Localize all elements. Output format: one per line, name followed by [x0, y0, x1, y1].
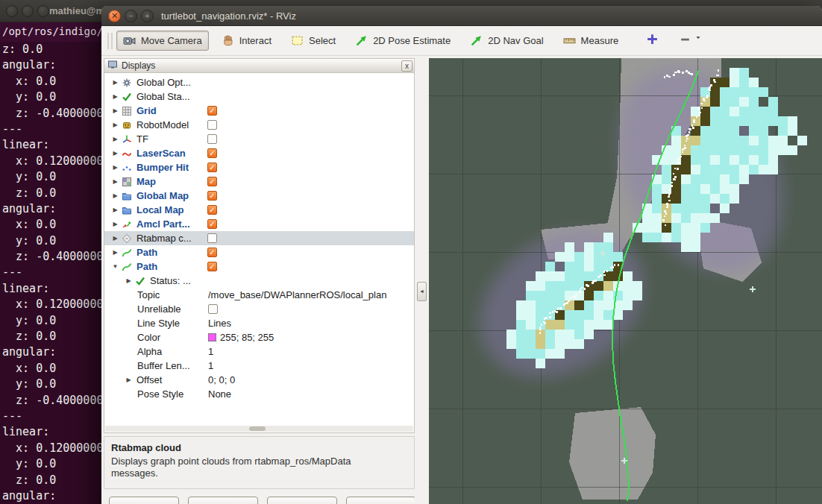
property-row[interactable]: Pose StyleNone [104, 387, 414, 401]
property-value[interactable]: 255; 85; 255 [208, 332, 274, 343]
property-row[interactable]: Topic/move_base/DWAPlannerROS/local_plan [104, 288, 414, 302]
add-button[interactable] [109, 497, 179, 504]
toolbar-drag-handle[interactable] [107, 33, 113, 49]
property-value[interactable]: None [208, 388, 231, 400]
scrollbar-thumb[interactable] [249, 426, 266, 431]
window-maximize-icon[interactable] [37, 5, 49, 17]
expander-icon[interactable]: ▶ [111, 235, 119, 242]
display-row[interactable]: ▶RobotModel [104, 118, 414, 132]
expander-icon[interactable]: ▶ [111, 107, 119, 114]
window-minimize-icon[interactable] [22, 5, 34, 17]
display-checkbox[interactable]: ✓ [207, 205, 217, 215]
displays-panel: Displays x ▶Global Opt...▶Global Sta...▶… [104, 58, 415, 433]
property-value[interactable]: 1 [208, 346, 213, 357]
property-value[interactable]: Lines [208, 318, 231, 329]
expander-icon[interactable]: ▶ [111, 221, 119, 227]
display-name: RobotModel [137, 119, 189, 130]
expander-icon[interactable]: ▶ [111, 249, 119, 256]
property-row[interactable]: ▶Status: ... [104, 274, 414, 288]
property-row[interactable]: ▶Offset0; 0; 0 [104, 373, 414, 387]
display-row[interactable]: ▶Map✓ [104, 174, 414, 189]
expander-icon[interactable]: ▼ [111, 263, 119, 270]
display-row[interactable]: ▶Global Opt... [104, 75, 414, 89]
expander-icon[interactable]: ▶ [111, 122, 119, 128]
display-checkbox[interactable] [207, 120, 217, 130]
tool-button-select[interactable]: Select [284, 31, 342, 51]
panel-splitter[interactable]: ◄ [415, 58, 429, 504]
display-checkbox[interactable] [207, 134, 217, 144]
minimize-icon[interactable]: − [125, 10, 137, 22]
collapse-panel-arrow-icon[interactable]: ◄ [417, 282, 427, 301]
panel-close-button[interactable]: x [401, 60, 412, 72]
rviz-titlebar[interactable]: ✕ − + turtlebot_navigation.rviz* - RViz [101, 6, 822, 26]
display-row[interactable]: ▶Local Map✓ [104, 203, 414, 217]
add-tool-button[interactable] [643, 30, 662, 51]
display-row[interactable]: ▶LaserScan✓ [104, 146, 414, 160]
3d-viewport[interactable] [429, 58, 822, 504]
display-row[interactable]: ▶TF [104, 132, 414, 146]
remove-tool-button[interactable] [676, 30, 710, 51]
tool-button-pose-estimate[interactable]: 2D Pose Estimate [348, 31, 457, 51]
tool-button-interact[interactable]: Interact [215, 31, 278, 51]
display-row[interactable]: ▶Grid✓ [104, 104, 414, 118]
horizontal-scrollbar[interactable] [105, 426, 413, 432]
property-row[interactable]: Buffer Len...1 [104, 359, 414, 373]
chevron-down-icon-holder[interactable] [694, 33, 707, 48]
display-name: LaserScan [137, 148, 186, 159]
display-checkbox[interactable]: ✓ [207, 248, 217, 257]
maximize-icon[interactable]: + [141, 10, 154, 22]
expander-icon[interactable]: ▶ [111, 207, 119, 213]
property-row[interactable]: Color255; 85; 255 [104, 330, 414, 344]
expander-icon[interactable]: ▶ [111, 79, 119, 86]
display-row[interactable]: ▶Bumper Hit✓ [104, 160, 414, 174]
path-icon [122, 262, 133, 272]
duplicate-button[interactable] [188, 497, 258, 504]
expander-icon[interactable]: ▶ [111, 192, 119, 199]
displays-panel-header[interactable]: Displays x [104, 59, 414, 73]
tool-button-move-camera[interactable]: Move Camera [116, 31, 209, 51]
expander-icon[interactable]: ▶ [125, 377, 133, 383]
camera-icon [123, 34, 137, 47]
display-checkbox[interactable]: ✓ [207, 262, 217, 271]
display-name: Grid [137, 105, 157, 116]
tf-axes-icon [122, 134, 133, 145]
expander-icon[interactable]: ▶ [111, 150, 119, 157]
property-row[interactable]: Alpha1 [104, 344, 414, 359]
property-value[interactable]: /move_base/DWAPlannerROS/local_plan [208, 289, 386, 300]
expander-icon[interactable]: ▶ [111, 136, 119, 142]
remove-button[interactable] [267, 497, 337, 504]
property-checkbox[interactable] [208, 304, 218, 314]
property-value[interactable]: 1 [208, 360, 213, 371]
display-row[interactable]: ▼Path✓ [104, 259, 414, 274]
display-row[interactable]: ▶Rtabmap c... [104, 231, 414, 245]
displays-panel-icon [107, 60, 119, 70]
display-checkbox[interactable]: ✓ [207, 148, 217, 158]
property-row[interactable]: Unreliable [104, 302, 414, 316]
3d-scene[interactable] [429, 58, 822, 504]
display-row[interactable]: ▶Global Sta... [104, 89, 414, 104]
display-checkbox[interactable]: ✓ [207, 191, 217, 201]
display-checkbox[interactable]: ✓ [207, 219, 217, 229]
close-icon[interactable]: ✕ [108, 10, 121, 22]
expander-icon[interactable]: ▶ [111, 164, 119, 171]
display-row[interactable]: ▶Amcl Part...✓ [104, 217, 414, 231]
tool-button-measure[interactable]: Measure [556, 31, 626, 51]
toolbar-tools: Move CameraInteractSelect2D Pose Estimat… [116, 31, 631, 51]
display-checkbox[interactable] [207, 233, 217, 243]
selection-box-icon [291, 34, 304, 47]
rename-button[interactable] [346, 497, 416, 504]
color-swatch [208, 333, 216, 341]
window-close-icon[interactable] [6, 5, 18, 17]
help-description: Displays graph point clouds from rtabmap… [111, 456, 387, 479]
expander-icon[interactable]: ▶ [111, 93, 119, 100]
display-checkbox[interactable]: ✓ [207, 177, 217, 186]
tool-button-nav-goal[interactable]: 2D Nav Goal [463, 31, 550, 51]
property-value[interactable]: 0; 0; 0 [208, 374, 235, 385]
expander-icon[interactable]: ▶ [125, 277, 133, 284]
display-row[interactable]: ▶Path✓ [104, 245, 414, 259]
property-row[interactable]: Line StyleLines [104, 316, 414, 330]
display-row[interactable]: ▶Global Map✓ [104, 189, 414, 203]
display-checkbox[interactable]: ✓ [207, 163, 217, 172]
expander-icon[interactable]: ▶ [111, 178, 119, 185]
display-checkbox[interactable]: ✓ [207, 106, 217, 116]
